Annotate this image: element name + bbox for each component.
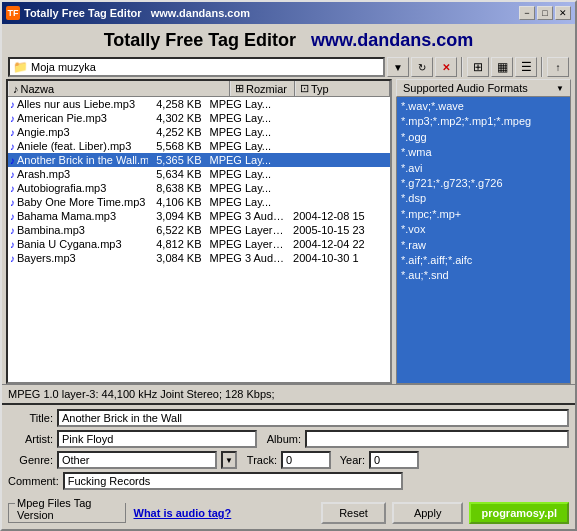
reset-button[interactable]: Reset: [321, 502, 386, 524]
title-label: Title:: [8, 412, 53, 424]
genre-label: Genre:: [8, 454, 53, 466]
table-row[interactable]: ♪ American Pie.mp3 4,302 KB MPEG Lay...: [8, 111, 390, 125]
mpeg-version-legend: Mpeg Files Tag Version: [15, 497, 125, 521]
status-bar: MPEG 1.0 layer-3: 44,100 kHz Joint Stere…: [2, 384, 575, 403]
artist-label: Artist:: [8, 433, 53, 445]
close-button[interactable]: ✕: [555, 6, 571, 20]
up-btn[interactable]: ↑: [547, 57, 569, 77]
table-row[interactable]: ♪ Arash.mp3 5,634 KB MPEG Lay...: [8, 167, 390, 181]
audio-format-item: *.wma: [401, 145, 566, 160]
audio-format-item: *.mp3;*.mp2;*.mp1;*.mpeg: [401, 114, 566, 129]
file-date: [289, 131, 390, 133]
audio-formats-panel: Supported Audio Formats ▼ *.wav;*.wave*.…: [396, 79, 571, 384]
music-icon: ♪: [10, 197, 15, 208]
audio-format-item: *.ogg: [401, 130, 566, 145]
table-row[interactable]: ♪ Baby One More Time.mp3 4,106 KB MPEG L…: [8, 195, 390, 209]
file-date: [289, 187, 390, 189]
apply-button[interactable]: Apply: [392, 502, 464, 524]
col-header-type[interactable]: ⊡ Typ: [295, 81, 390, 96]
year-input[interactable]: [369, 451, 419, 469]
window-title: Totally Free Tag Editor www.dandans.com: [24, 7, 250, 19]
music-icon: ♪: [10, 169, 15, 180]
title-bar-left: TF Totally Free Tag Editor www.dandans.c…: [6, 6, 250, 20]
audio-format-item: *.mpc;*.mp+: [401, 207, 566, 222]
title-row: Title:: [8, 409, 569, 427]
table-row[interactable]: ♪ Aniele (feat. Liber).mp3 5,568 KB MPEG…: [8, 139, 390, 153]
programosy-button[interactable]: programosy.pl: [469, 502, 569, 524]
col-header-name[interactable]: ♪ Nazwa: [8, 81, 230, 96]
file-list-body[interactable]: ♪ Alles nur aus Liebe.mp3 4,258 KB MPEG …: [8, 97, 390, 382]
album-label: Album:: [261, 433, 301, 445]
genre-input[interactable]: [57, 451, 217, 469]
audio-format-item: *.raw: [401, 238, 566, 253]
dropdown-arrow-btn[interactable]: ▼: [387, 57, 409, 77]
clear-btn[interactable]: ✕: [435, 57, 457, 77]
music-icon: ♪: [10, 225, 15, 236]
table-row[interactable]: ♪ Bania U Cygana.mp3 4,812 KB MPEG Layer…: [8, 237, 390, 251]
table-row[interactable]: ♪ Bahama Mama.mp3 3,094 KB MPEG 3 Audio.…: [8, 209, 390, 223]
music-icon: ♪: [10, 239, 15, 250]
toolbar-separator-2: [541, 57, 543, 77]
size-icon: ⊞: [235, 82, 244, 95]
view-btn-2[interactable]: ▦: [491, 57, 513, 77]
table-row[interactable]: ♪ Bambina.mp3 6,522 KB MPEG Layer 3 Audi…: [8, 223, 390, 237]
file-size: 6,522 KB: [148, 223, 206, 237]
file-size: 4,252 KB: [148, 125, 206, 139]
file-name: ♪ Autobiografia.mp3: [8, 181, 148, 195]
file-name: ♪ Alles nur aus Liebe.mp3: [8, 97, 148, 111]
audio-formats-header[interactable]: Supported Audio Formats ▼: [396, 79, 571, 97]
file-type: MPEG Lay...: [206, 111, 290, 125]
track-input[interactable]: [281, 451, 331, 469]
music-icon: ♪: [10, 127, 15, 138]
file-date: [289, 173, 390, 175]
table-row[interactable]: ♪ Alles nur aus Liebe.mp3 4,258 KB MPEG …: [8, 97, 390, 111]
mpeg-version-group: Mpeg Files Tag Version ✔ ID3v1 ID3v2: [8, 503, 126, 523]
file-type: MPEG Lay...: [206, 125, 290, 139]
file-size: 5,568 KB: [148, 139, 206, 153]
table-row[interactable]: ♪ Bayers.mp3 3,084 KB MPEG 3 Audio... 20…: [8, 251, 390, 265]
audio-format-item: *.aif;*.aiff;*.aifc: [401, 253, 566, 268]
minimize-button[interactable]: −: [519, 6, 535, 20]
file-type: MPEG Lay...: [206, 181, 290, 195]
tag-editor: Title: Artist: Album: Genre: ▼ Track: Ye…: [2, 403, 575, 497]
folder-path-display: 📁 Moja muzyka: [8, 57, 385, 77]
title-input[interactable]: [57, 409, 569, 427]
file-type: MPEG 3 Audio...: [206, 251, 290, 265]
table-row[interactable]: ♪ Another Brick in the Wall.mp3 5,365 KB…: [8, 153, 390, 167]
file-size: 8,638 KB: [148, 181, 206, 195]
file-name: ♪ Bania U Cygana.mp3: [8, 237, 148, 251]
genre-track-year-row: Genre: ▼ Track: Year:: [8, 451, 569, 469]
table-row[interactable]: ♪ Angie.mp3 4,252 KB MPEG Lay...: [8, 125, 390, 139]
file-type: MPEG 3 Audio...: [206, 209, 290, 223]
album-input[interactable]: [305, 430, 569, 448]
file-date: 2005-10-15 23: [289, 223, 390, 237]
music-icon: ♪: [10, 253, 15, 264]
view-btn-1[interactable]: ⊞: [467, 57, 489, 77]
toolbar-separator: [461, 57, 463, 77]
col-header-size[interactable]: ⊞ Rozmiar: [230, 81, 295, 96]
view-btn-3[interactable]: ☰: [515, 57, 537, 77]
file-name: ♪ Aniele (feat. Liber).mp3: [8, 139, 148, 153]
table-row[interactable]: ♪ Autobiografia.mp3 8,638 KB MPEG Lay...: [8, 181, 390, 195]
file-date: [289, 159, 390, 161]
file-date: [289, 117, 390, 119]
type-icon: ⊡: [300, 82, 309, 95]
bottom-left: Mpeg Files Tag Version ✔ ID3v1 ID3v2 Wha…: [8, 501, 231, 525]
file-date: [289, 145, 390, 147]
file-list: ♪ Nazwa ⊞ Rozmiar ⊡ Typ ♪ Alles nur aus …: [6, 79, 392, 384]
app-header: Totally Free Tag Editor www.dandans.com: [2, 24, 575, 55]
genre-dropdown-btn[interactable]: ▼: [221, 451, 237, 469]
comment-input[interactable]: [63, 472, 403, 490]
refresh-btn[interactable]: ↻: [411, 57, 433, 77]
file-date: 2004-12-08 15: [289, 209, 390, 223]
artist-album-row: Artist: Album:: [8, 430, 569, 448]
audio-format-item: *.avi: [401, 161, 566, 176]
what-is-audio-tag-link[interactable]: What is audio tag?: [134, 507, 232, 519]
file-size: 4,812 KB: [148, 237, 206, 251]
maximize-button[interactable]: □: [537, 6, 553, 20]
main-window: TF Totally Free Tag Editor www.dandans.c…: [0, 0, 577, 531]
title-bar: TF Totally Free Tag Editor www.dandans.c…: [2, 2, 575, 24]
audio-format-item: *.dsp: [401, 191, 566, 206]
artist-input[interactable]: [57, 430, 257, 448]
file-name: ♪ American Pie.mp3: [8, 111, 148, 125]
